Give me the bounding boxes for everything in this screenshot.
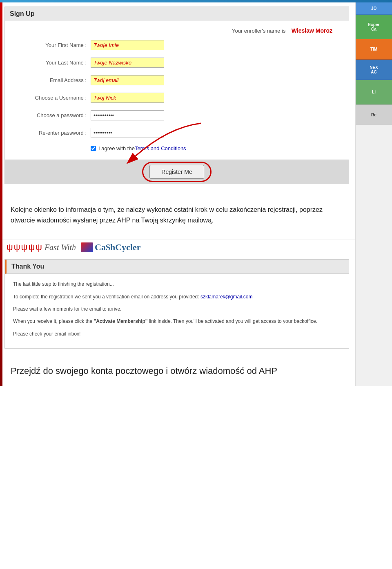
middle-paragraph: Kolejne okienko to informacja o tym, że … xyxy=(11,204,347,225)
banner-logo-left: ψ ψ ψ ψ ψ Fast With Ca$hCycler xyxy=(2,240,145,255)
pitchfork-icons: ψ ψ ψ ψ ψ xyxy=(7,242,41,253)
password-label: Choose a password : xyxy=(13,112,91,118)
thankyou-line3: Please wait a few moments for the email … xyxy=(13,305,341,313)
terms-checkbox[interactable] xyxy=(91,146,96,151)
thankyou-line1: The last little step to finishing the re… xyxy=(13,280,341,288)
sidebar-ad-2[interactable]: ExperCa xyxy=(356,15,392,39)
email-label: Email Address : xyxy=(13,77,91,83)
terms-text: I agree with the xyxy=(98,145,135,151)
email-row: Email Address : xyxy=(13,75,341,85)
thankyou-line5: Please check your email inbox! xyxy=(13,330,341,338)
first-name-row: Your First Name : xyxy=(13,40,341,50)
thankyou-line2: To complete the registration we sent you… xyxy=(13,293,341,301)
terms-row: I agree with the Terms and Conditions xyxy=(91,145,341,151)
bottom-text: Przejdź do swojego konta pocztowego i ot… xyxy=(2,353,355,386)
signup-container: Sign Up Your enroller's name is Wieslaw … xyxy=(4,7,349,184)
first-name-input[interactable] xyxy=(91,40,164,50)
email-input[interactable] xyxy=(91,75,164,85)
sidebar-ad-4[interactable]: NEXAC xyxy=(356,60,392,80)
thankyou-line4: When you receive it, please click the "A… xyxy=(13,317,341,325)
last-name-row: Your Last Name : xyxy=(13,58,341,68)
password-input[interactable] xyxy=(91,110,164,120)
content-area: Sign Up Your enroller's name is Wieslaw … xyxy=(2,2,355,386)
enroller-row: Your enroller's name is Wieslaw Moroz xyxy=(13,27,341,34)
sidebar-ad-1[interactable]: JO xyxy=(356,2,392,15)
activate-membership-text: "Activate Membership" xyxy=(94,318,147,324)
thankyou-header: Thank You xyxy=(5,260,349,274)
reenter-password-input[interactable] xyxy=(91,128,164,138)
last-name-label: Your Last Name : xyxy=(13,60,91,66)
username-row: Choose a Username : xyxy=(13,93,341,103)
sidebar-ad-4-label: NEXAC xyxy=(370,65,378,74)
terms-link[interactable]: Terms and Conditions xyxy=(135,145,186,151)
right-sidebar: JO ExperCa TIM NEXAC Li Re xyxy=(355,2,392,386)
first-name-label: Your First Name : xyxy=(13,42,91,48)
password-row: Choose a password : xyxy=(13,110,341,120)
sidebar-ad-6-label: Re xyxy=(371,113,376,117)
bottom-paragraph: Przejdź do swojego konta pocztowego i ot… xyxy=(11,365,347,378)
reenter-password-row: Re-enter password : xyxy=(13,128,341,138)
sidebar-ad-3-label: TIM xyxy=(370,47,377,51)
banner-inner: ψ ψ ψ ψ ψ Fast With Ca$hCycler xyxy=(2,240,355,255)
cashcycler-logo: Ca$hCycler xyxy=(95,242,140,253)
username-input[interactable] xyxy=(91,93,164,103)
email-address-link[interactable]: szklamarek@gmail.com xyxy=(200,294,253,300)
sidebar-ad-3[interactable]: TIM xyxy=(356,39,392,60)
reenter-password-label: Re-enter password : xyxy=(13,130,91,136)
thankyou-line2-text: To complete the registration we sent you… xyxy=(13,294,200,300)
sidebar-ad-5-label: Li xyxy=(372,90,376,94)
signup-footer: Register Me xyxy=(5,160,349,184)
last-name-input[interactable] xyxy=(91,58,164,68)
sidebar-ad-1-label: JO xyxy=(371,6,376,11)
username-label: Choose a Username : xyxy=(13,95,91,101)
sidebar-ad-6[interactable]: Re xyxy=(356,104,392,125)
signup-body: Your enroller's name is Wieslaw Moroz Yo… xyxy=(5,21,349,160)
signup-header: Sign Up xyxy=(5,7,349,21)
middle-text: Kolejne okienko to informacja o tym, że … xyxy=(2,188,355,238)
color-box-icon xyxy=(81,242,93,252)
thankyou-container: Thank You The last little step to finish… xyxy=(4,259,349,349)
thankyou-title: Thank You xyxy=(11,263,44,270)
register-button-wrapper: Register Me xyxy=(149,165,204,179)
banner-area: ψ ψ ψ ψ ψ Fast With Ca$hCycler xyxy=(2,238,355,257)
register-button[interactable]: Register Me xyxy=(149,165,204,179)
thankyou-body: The last little step to finishing the re… xyxy=(5,274,349,348)
signup-title: Sign Up xyxy=(10,10,34,17)
enroller-name: Wieslaw Moroz xyxy=(292,27,332,34)
fast-with-text: Fast With xyxy=(45,243,76,252)
sidebar-ad-2-label: ExperCa xyxy=(368,22,380,31)
sidebar-ad-5[interactable]: Li xyxy=(356,80,392,104)
enroller-label: Your enroller's name is xyxy=(232,28,285,34)
